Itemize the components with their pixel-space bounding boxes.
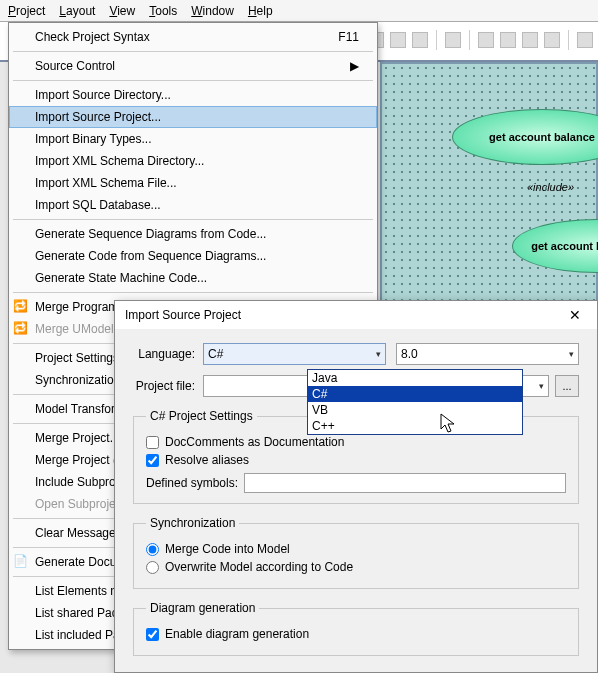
project-settings-legend: C# Project Settings xyxy=(146,409,257,423)
menu-help[interactable]: Help xyxy=(248,4,273,18)
lang-option-vb[interactable]: VB xyxy=(308,402,522,418)
menu-view[interactable]: View xyxy=(109,4,135,18)
lang-option-csharp[interactable]: C# xyxy=(308,386,522,402)
lang-option-java[interactable]: Java xyxy=(308,370,522,386)
enable-diagram-checkbox[interactable] xyxy=(146,628,159,641)
menu-check-syntax[interactable]: Check Project SyntaxF11 xyxy=(9,26,377,48)
diagram-generation-group: Diagram generation Enable diagram genera… xyxy=(133,601,579,656)
menu-import-xml-schema-file[interactable]: Import XML Schema File... xyxy=(9,172,377,194)
resolve-aliases-label: Resolve aliases xyxy=(165,453,249,467)
document-icon: 📄 xyxy=(13,554,29,570)
toolbar-icon[interactable] xyxy=(412,32,428,48)
menu-import-sql-database[interactable]: Import SQL Database... xyxy=(9,194,377,216)
merge-icon: 🔁 xyxy=(13,321,29,337)
merge-code-label: Merge Code into Model xyxy=(165,542,290,556)
defined-symbols-input[interactable] xyxy=(244,473,566,493)
menu-import-binary-types[interactable]: Import Binary Types... xyxy=(9,128,377,150)
resolve-aliases-checkbox[interactable] xyxy=(146,454,159,467)
dialog-title: Import Source Project xyxy=(125,308,241,322)
toolbar-icon[interactable] xyxy=(478,32,494,48)
submenu-arrow-icon: ▶ xyxy=(350,59,359,73)
menubar: Project Layout View Tools Window Help xyxy=(0,0,598,22)
menu-import-xml-schema-directory[interactable]: Import XML Schema Directory... xyxy=(9,150,377,172)
chevron-down-icon: ▾ xyxy=(569,349,574,359)
menu-layout[interactable]: Layout xyxy=(59,4,95,18)
usecase-get-account-balance[interactable]: get account balance xyxy=(452,109,598,165)
chevron-down-icon: ▾ xyxy=(539,381,544,391)
enable-diagram-label: Enable diagram generation xyxy=(165,627,309,641)
version-combo[interactable]: 8.0▾ xyxy=(396,343,579,365)
doccomments-label: DocComments as Documentation xyxy=(165,435,344,449)
import-source-project-dialog: Import Source Project ✕ Language: C#▾ 8.… xyxy=(114,300,598,673)
browse-button[interactable]: ... xyxy=(555,375,579,397)
menu-import-source-directory[interactable]: Import Source Directory... xyxy=(9,84,377,106)
language-dropdown-list: Java C# VB C++ xyxy=(307,369,523,435)
menu-project[interactable]: Project xyxy=(8,4,45,18)
project-file-label: Project file: xyxy=(133,379,203,393)
toolbar-icon[interactable] xyxy=(577,32,593,48)
close-button[interactable]: ✕ xyxy=(563,307,587,323)
toolbar-icon[interactable] xyxy=(544,32,560,48)
synchronization-group: Synchronization Merge Code into Model Ov… xyxy=(133,516,579,589)
menu-generate-code-from-sequence[interactable]: Generate Code from Sequence Diagrams... xyxy=(9,245,377,267)
defined-symbols-label: Defined symbols: xyxy=(146,476,238,490)
doccomments-checkbox[interactable] xyxy=(146,436,159,449)
toolbar-icon[interactable] xyxy=(445,32,461,48)
menu-tools[interactable]: Tools xyxy=(149,4,177,18)
synchronization-legend: Synchronization xyxy=(146,516,239,530)
usecase-get-account-balance-sum[interactable]: get account balance sum xyxy=(512,219,598,273)
dialog-titlebar: Import Source Project ✕ xyxy=(115,301,597,329)
menu-source-control[interactable]: Source Control▶ xyxy=(9,55,377,77)
language-combo[interactable]: C#▾ xyxy=(203,343,386,365)
language-label: Language: xyxy=(133,347,203,361)
merge-icon: 🔁 xyxy=(13,299,29,315)
include-label: «include» xyxy=(527,181,574,193)
menu-generate-sequence-diagrams[interactable]: Generate Sequence Diagrams from Code... xyxy=(9,223,377,245)
toolbar-icon[interactable] xyxy=(390,32,406,48)
merge-code-radio[interactable] xyxy=(146,543,159,556)
menu-window[interactable]: Window xyxy=(191,4,234,18)
chevron-down-icon: ▾ xyxy=(376,349,381,359)
lang-option-cpp[interactable]: C++ xyxy=(308,418,522,434)
toolbar-icon[interactable] xyxy=(500,32,516,48)
overwrite-model-radio[interactable] xyxy=(146,561,159,574)
overwrite-model-label: Overwrite Model according to Code xyxy=(165,560,353,574)
diagram-generation-legend: Diagram generation xyxy=(146,601,259,615)
menu-import-source-project[interactable]: Import Source Project... xyxy=(9,106,377,128)
menu-generate-state-machine-code[interactable]: Generate State Machine Code... xyxy=(9,267,377,289)
toolbar-icon[interactable] xyxy=(522,32,538,48)
